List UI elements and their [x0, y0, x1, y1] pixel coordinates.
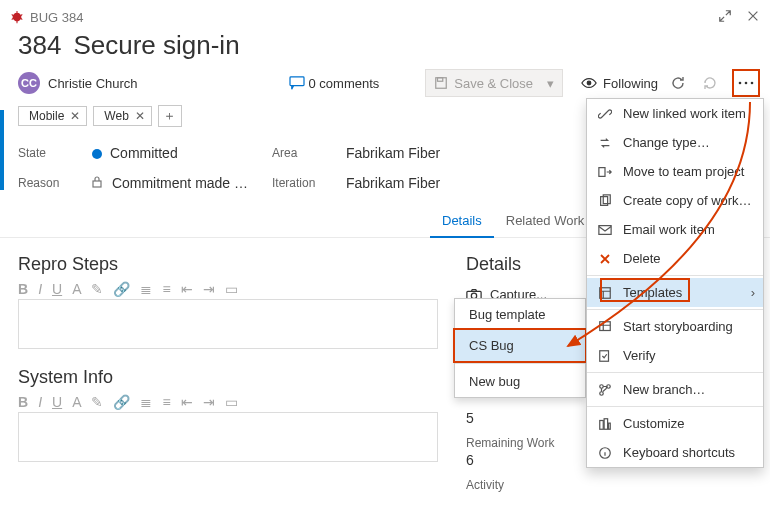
delete-icon: [597, 253, 613, 265]
iteration-value[interactable]: Fabrikam Fiber: [346, 175, 506, 191]
svg-point-0: [13, 13, 22, 22]
save-close-button: Save & Close ▾: [425, 69, 563, 97]
svg-point-5: [739, 82, 742, 85]
undo-icon[interactable]: [698, 71, 722, 95]
svg-rect-14: [599, 225, 611, 234]
svg-rect-3: [438, 78, 443, 82]
menu-customize[interactable]: Customize: [587, 409, 763, 438]
work-item-type-id: BUG 384: [30, 10, 83, 25]
state-dot-icon: [92, 149, 102, 159]
copy-icon: [597, 194, 613, 208]
number-list-icon: ≡: [162, 394, 170, 410]
state-label: State: [18, 146, 82, 160]
menu-move-team[interactable]: Move to team project: [587, 157, 763, 186]
menu-create-copy[interactable]: Create copy of work item…: [587, 186, 763, 215]
section-system-info: System Info: [18, 367, 438, 388]
svg-rect-15: [600, 287, 611, 298]
work-item-title[interactable]: Secure sign-in: [73, 30, 239, 61]
area-label: Area: [272, 146, 336, 160]
svg-point-18: [600, 384, 604, 388]
add-tag-button[interactable]: ＋: [158, 105, 182, 127]
storyboard-icon: [597, 320, 613, 334]
svg-rect-17: [600, 350, 609, 361]
svg-point-7: [751, 82, 754, 85]
svg-point-19: [600, 391, 604, 395]
menu-change-type[interactable]: Change type…: [587, 128, 763, 157]
menu-email[interactable]: Email work item: [587, 215, 763, 244]
more-actions-button[interactable]: [736, 71, 756, 95]
templates-icon: [597, 286, 613, 300]
chevron-right-icon: ›: [751, 285, 755, 300]
menu-verify[interactable]: Verify: [587, 341, 763, 370]
indent-icon: ⇥: [203, 394, 215, 410]
highlight-icon: ✎: [91, 281, 103, 297]
section-repro-steps: Repro Steps: [18, 254, 438, 275]
menu-new-linked[interactable]: New linked work item: [587, 99, 763, 128]
assignee-name[interactable]: Christie Church: [48, 76, 138, 91]
font-icon: A: [72, 394, 81, 410]
context-menu: New linked work item Change type… Move t…: [586, 98, 764, 468]
indent-icon: ⇥: [203, 281, 215, 297]
svg-rect-21: [600, 420, 604, 429]
move-icon: [597, 165, 613, 179]
refresh-icon[interactable]: [666, 71, 690, 95]
svg-rect-16: [600, 321, 611, 330]
change-type-icon: [597, 136, 613, 150]
menu-storyboard[interactable]: Start storyboarding: [587, 312, 763, 341]
svg-rect-22: [604, 418, 608, 429]
system-info-editor[interactable]: [18, 412, 438, 462]
italic-icon: I: [38, 281, 42, 297]
verify-icon: [597, 349, 613, 363]
tag-web[interactable]: Web ✕: [93, 106, 151, 126]
editor-toolbar[interactable]: B I U A ✎ 🔗 ≣ ≡ ⇤ ⇥ ▭: [18, 277, 438, 299]
svg-rect-8: [93, 181, 101, 187]
remove-tag-icon[interactable]: ✕: [135, 109, 145, 123]
reason-value[interactable]: Commitment made …: [92, 175, 262, 191]
number-list-icon: ≡: [162, 281, 170, 297]
link-icon: 🔗: [113, 281, 130, 297]
templates-submenu: Bug template CS Bug New bug: [454, 298, 586, 398]
editor-toolbar[interactable]: B I U A ✎ 🔗 ≣ ≡ ⇤ ⇥ ▭: [18, 390, 438, 412]
submenu-bug-template[interactable]: Bug template: [455, 299, 585, 330]
repro-steps-editor[interactable]: [18, 299, 438, 349]
svg-point-4: [587, 81, 591, 85]
area-value[interactable]: Fabrikam Fiber: [346, 145, 506, 161]
follow-button[interactable]: Following: [581, 76, 658, 91]
expand-icon[interactable]: [718, 9, 732, 26]
bullet-list-icon: ≣: [140, 281, 152, 297]
iteration-label: Iteration: [272, 176, 336, 190]
avatar[interactable]: CC: [18, 72, 40, 94]
outdent-icon: ⇤: [181, 394, 193, 410]
outdent-icon: ⇤: [181, 281, 193, 297]
image-icon: ▭: [225, 394, 238, 410]
underline-icon: U: [52, 281, 62, 297]
menu-new-branch[interactable]: New branch…: [587, 375, 763, 404]
underline-icon: U: [52, 394, 62, 410]
bullet-list-icon: ≣: [140, 394, 152, 410]
menu-templates[interactable]: Templates ›: [587, 278, 763, 307]
close-icon[interactable]: [746, 9, 760, 26]
svg-point-6: [745, 82, 748, 85]
info-icon: [597, 446, 613, 460]
menu-shortcuts[interactable]: Keyboard shortcuts: [587, 438, 763, 467]
submenu-new-bug[interactable]: New bug: [455, 366, 585, 397]
font-icon: A: [72, 281, 81, 297]
state-value[interactable]: Committed: [92, 145, 262, 161]
work-item-id: 384: [18, 30, 61, 61]
reason-label: Reason: [18, 176, 82, 190]
comments-count[interactable]: 0 comments: [289, 76, 380, 91]
chevron-down-icon: ▾: [547, 76, 554, 91]
tag-mobile[interactable]: Mobile ✕: [18, 106, 87, 126]
lock-icon: [92, 175, 106, 191]
menu-delete[interactable]: Delete: [587, 244, 763, 273]
link-plus-icon: [597, 107, 613, 121]
remove-tag-icon[interactable]: ✕: [70, 109, 80, 123]
bold-icon: B: [18, 394, 28, 410]
bold-icon: B: [18, 281, 28, 297]
italic-icon: I: [38, 394, 42, 410]
activity-label: Activity: [466, 478, 760, 492]
svg-rect-1: [290, 77, 304, 86]
submenu-cs-bug[interactable]: CS Bug: [455, 330, 585, 361]
accent-bar: [0, 110, 4, 190]
tab-details[interactable]: Details: [430, 205, 494, 238]
